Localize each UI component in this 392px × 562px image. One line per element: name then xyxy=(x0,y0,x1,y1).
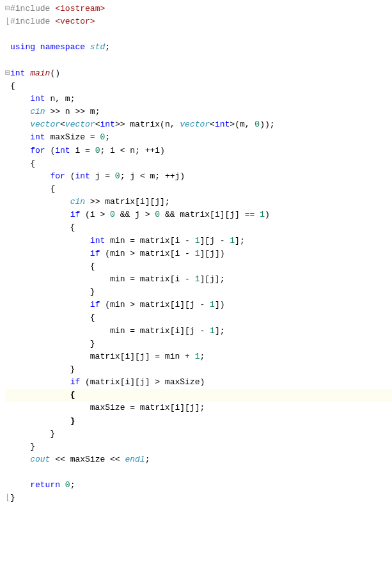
code-line: int maxSize = 0; xyxy=(5,131,392,144)
code-line: if (min > matrix[i - 1][j]) xyxy=(5,247,392,260)
code-line: } xyxy=(5,415,392,428)
code-line: { xyxy=(5,80,392,93)
code-line xyxy=(5,466,392,479)
code-content: for (int i = 0; i < n; ++i) xyxy=(10,146,165,155)
code-line: } xyxy=(5,428,392,441)
fold-gutter[interactable]: ⌊ xyxy=(5,492,10,504)
code-content: if (matrix[i][j] > maxSize) xyxy=(10,377,205,387)
code-content: } xyxy=(10,364,75,374)
code-content: if (i > 0 && j > 0 && matrix[i][j] == 1) xyxy=(10,210,270,219)
code-content: for (int j = 0; j < m; ++j) xyxy=(10,171,185,181)
code-line: ⊟int main() xyxy=(5,67,392,80)
code-content: using namespace std; xyxy=(10,42,110,52)
fold-gutter[interactable]: ⊟ xyxy=(5,3,10,15)
code-content: min = matrix[i][j - 1]; xyxy=(10,326,224,336)
code-line: ⌊} xyxy=(5,492,392,504)
code-line: if (i > 0 && j > 0 && matrix[i][j] == 1) xyxy=(5,208,392,221)
code-content: cin >> n >> m; xyxy=(10,107,100,116)
code-content: } xyxy=(10,442,35,451)
code-line: ⌊#include <vector> xyxy=(5,15,392,28)
code-block: ⊟#include <iostream>⌊#include <vector>us… xyxy=(5,3,392,504)
code-line: { xyxy=(5,260,392,273)
code-content: #include <iostream> xyxy=(10,4,105,13)
code-content: if (min > matrix[i - 1][j]) xyxy=(10,249,225,258)
code-content: int n, m; xyxy=(10,94,75,104)
code-line: for (int j = 0; j < m; ++j) xyxy=(5,170,392,183)
code-content: { xyxy=(10,390,75,400)
code-content: { xyxy=(10,184,55,194)
code-line: if (matrix[i][j] > maxSize) xyxy=(5,376,392,389)
code-line: { xyxy=(5,183,392,196)
code-line: ⊟#include <iostream> xyxy=(5,3,392,15)
code-content: { xyxy=(10,81,15,91)
code-line: { xyxy=(5,221,392,234)
code-content: int maxSize = 0; xyxy=(10,132,110,142)
code-line: cin >> n >> m; xyxy=(5,105,392,118)
code-line xyxy=(5,54,392,67)
code-line xyxy=(5,28,392,41)
code-line: return 0; xyxy=(5,479,392,492)
code-content: { xyxy=(10,313,95,322)
code-line: matrix[i][j] = min + 1; xyxy=(5,350,392,363)
code-content: vector<vector<int>> matrix(n, vector<int… xyxy=(10,120,275,129)
code-content: int min = matrix[i - 1][j - 1]; xyxy=(10,236,245,246)
fold-gutter[interactable]: ⌊ xyxy=(5,15,10,28)
code-line: { xyxy=(5,157,392,170)
code-content: if (min > matrix[i][j - 1]) xyxy=(10,300,225,309)
code-content: int main() xyxy=(10,68,60,78)
code-content: min = matrix[i - 1][j]; xyxy=(10,274,224,284)
code-line: using namespace std; xyxy=(5,41,392,54)
code-line: maxSize = matrix[i][j]; xyxy=(5,402,392,414)
code-line: min = matrix[i - 1][j]; xyxy=(5,273,392,286)
code-content: return 0; xyxy=(10,480,75,490)
code-content: matrix[i][j] = min + 1; xyxy=(10,352,205,361)
code-content: #include <vector> xyxy=(10,17,95,26)
code-content: } xyxy=(10,339,95,348)
code-line: int n, m; xyxy=(5,93,392,105)
fold-gutter[interactable]: ⊟ xyxy=(5,67,10,80)
code-line: cin >> matrix[i][j]; xyxy=(5,196,392,208)
code-line: { xyxy=(5,311,392,324)
code-content: } xyxy=(10,287,95,297)
code-line: for (int i = 0; i < n; ++i) xyxy=(5,144,392,157)
code-content: maxSize = matrix[i][j]; xyxy=(10,403,205,412)
code-content: { xyxy=(10,159,35,168)
code-line: cout << maxSize << endl; xyxy=(5,453,392,466)
code-content: } xyxy=(10,493,15,503)
code-line: vector<vector<int>> matrix(n, vector<int… xyxy=(5,118,392,131)
code-line: min = matrix[i][j - 1]; xyxy=(5,325,392,338)
code-content: { xyxy=(10,261,95,271)
code-line: } xyxy=(5,338,392,350)
code-line: if (min > matrix[i][j - 1]) xyxy=(5,299,392,311)
code-line: } xyxy=(5,286,392,299)
code-line: { xyxy=(5,389,392,402)
code-content: } xyxy=(10,429,55,439)
code-line: } xyxy=(5,363,392,376)
code-line: int min = matrix[i - 1][j - 1]; xyxy=(5,235,392,247)
code-line: } xyxy=(5,441,392,453)
code-content: { xyxy=(10,222,75,232)
code-content: cout << maxSize << endl; xyxy=(10,455,150,464)
code-content: cin >> matrix[i][j]; xyxy=(10,197,170,207)
code-content: } xyxy=(10,416,75,426)
